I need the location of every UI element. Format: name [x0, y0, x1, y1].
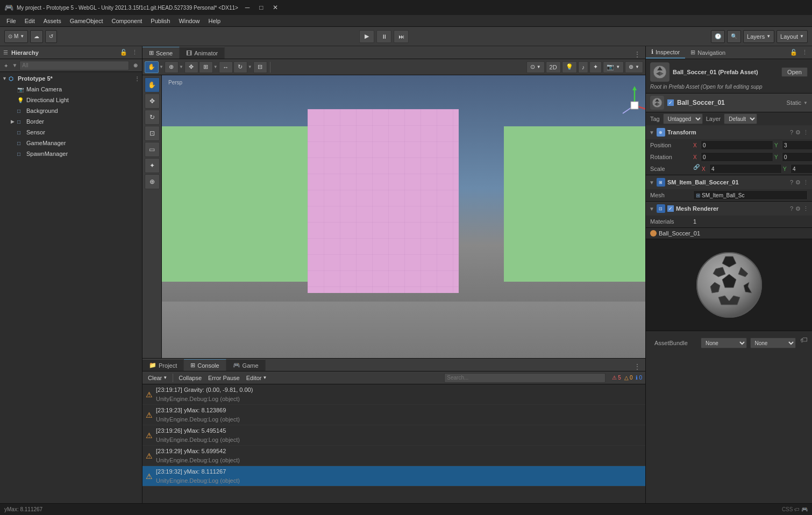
tree-item-background[interactable]: □ Background — [0, 105, 142, 116]
console-more-button[interactable]: ⋮ — [629, 362, 645, 371]
rot-y-input[interactable] — [782, 152, 812, 162]
layers-dropdown[interactable]: Layers ▼ — [743, 30, 774, 43]
menu-publish[interactable]: Publish — [146, 17, 174, 25]
globe-tool-button[interactable]: ⊕ — [165, 61, 179, 73]
menu-help[interactable]: Help — [204, 17, 225, 25]
pos-x-input[interactable] — [701, 140, 773, 150]
component-active-checkbox[interactable]: ✓ — [667, 99, 674, 106]
collapse-button[interactable]: Collapse — [176, 373, 204, 383]
tab-game[interactable]: 🎮 Game — [226, 359, 266, 371]
rotate-button[interactable]: ↻ — [233, 61, 247, 73]
menu-gameobject[interactable]: GameObject — [66, 17, 108, 25]
search-button[interactable]: 🔍 — [727, 30, 741, 43]
close-button[interactable]: ✕ — [270, 3, 280, 12]
tab-scene[interactable]: ⊞ Scene — [143, 47, 180, 59]
rotate-tool-btn[interactable]: ↻ — [145, 110, 160, 125]
hierarchy-filter-button[interactable]: ⊕ — [131, 62, 140, 68]
mesh-comp-header[interactable]: ▼ ⊞ SM_Item_Ball_Soccer_01 ? ⚙ ⋮ — [646, 175, 812, 189]
tab-animator[interactable]: 🎞 Animator — [180, 47, 225, 59]
transform-header[interactable]: ▼ ⊕ Transform ? ⚙ ⋮ — [646, 125, 812, 139]
tab-console[interactable]: ⊞ Console — [184, 359, 226, 371]
console-row-1[interactable]: ⚠ [23:19:17] Gravity: (0.00, -9.81, 0.00… — [143, 384, 645, 405]
scene-more-button[interactable]: ⋮ — [629, 50, 645, 59]
help-button-renderer[interactable]: ? — [790, 205, 793, 212]
console-row-3[interactable]: ⚠ [23:19:26] yMax: 5.495145 UnityEngine.… — [143, 425, 645, 446]
more-button-transform[interactable]: ⋮ — [803, 129, 809, 136]
rect-button[interactable]: ⊞ — [199, 61, 213, 73]
tree-item-gamemanager[interactable]: □ GameManager — [0, 138, 142, 148]
custom-tool-btn[interactable]: ⊕ — [145, 174, 160, 189]
hierarchy-add-button[interactable]: + — [2, 62, 10, 69]
layer-dropdown[interactable]: Default — [724, 113, 757, 124]
persp-dropdown[interactable]: ⊙ ▼ — [526, 61, 545, 73]
inspector-more-button[interactable]: ⋮ — [801, 49, 809, 56]
select-tool-button[interactable]: ✋ — [145, 77, 160, 92]
renderer-active-checkbox[interactable]: ✓ — [667, 205, 674, 212]
move-button[interactable]: ✥ — [184, 61, 198, 73]
tab-navigation[interactable]: ⊞ Navigation — [685, 47, 731, 59]
settings-button-renderer[interactable]: ⚙ — [795, 205, 801, 212]
error-pause-button[interactable]: Error Pause — [206, 373, 242, 383]
effects-button[interactable]: ✦ — [589, 61, 602, 73]
hierarchy-search-input[interactable] — [19, 61, 129, 70]
console-search-input[interactable] — [444, 373, 606, 383]
mat-ball-row[interactable]: Ball_Soccer_01 — [650, 230, 808, 237]
light-toggle-button[interactable]: 💡 — [562, 61, 577, 73]
rot-x-input[interactable] — [701, 152, 773, 162]
history-button[interactable]: 🕐 — [711, 30, 725, 43]
tree-item-main-camera[interactable]: 📷 Main Camera — [0, 84, 142, 95]
tree-item-spawnmanager[interactable]: □ SpawnManager — [0, 148, 142, 159]
pause-button[interactable]: ⏸ — [376, 30, 391, 43]
more-button-renderer[interactable]: ⋮ — [803, 205, 809, 212]
assetbundle-dropdown1[interactable]: None — [701, 338, 747, 348]
help-button-mesh[interactable]: ? — [790, 179, 793, 186]
assetbundle-dropdown2[interactable]: None — [750, 338, 796, 348]
console-row-5[interactable]: ⚠ [23:19:32] yMax: 8.111267 UnityEngine.… — [143, 466, 645, 487]
help-button-transform[interactable]: ? — [790, 129, 793, 136]
tree-item-sensor[interactable]: □ Sensor — [0, 127, 142, 138]
menu-component[interactable]: Component — [107, 17, 146, 25]
settings-button-transform[interactable]: ⚙ — [795, 129, 801, 136]
menu-edit[interactable]: Edit — [20, 17, 39, 25]
pos-y-input[interactable] — [782, 140, 812, 150]
rect-tool-btn[interactable]: ▭ — [145, 142, 160, 157]
menu-window[interactable]: Window — [174, 17, 204, 25]
scale-tool-btn[interactable]: ⊡ — [145, 126, 160, 141]
tool5-button[interactable]: ⊟ — [253, 61, 267, 73]
account-button[interactable]: ⊙ M ▼ — [4, 30, 28, 43]
2d-button[interactable]: 2D — [546, 61, 561, 73]
minimize-button[interactable]: ─ — [243, 3, 252, 12]
scale-button[interactable]: ↔ — [219, 61, 233, 73]
tree-item-border[interactable]: ▶ □ Border — [0, 116, 142, 127]
editor-dropdown[interactable]: Editor ▼ — [244, 373, 269, 383]
play-button[interactable]: ▶ — [359, 30, 374, 43]
tab-project[interactable]: 📁 Project — [143, 359, 184, 371]
menu-assets[interactable]: Assets — [39, 17, 66, 25]
hierarchy-more-button[interactable]: ⋮ — [131, 49, 139, 56]
scale-x-input[interactable] — [709, 164, 782, 174]
move-tool-btn[interactable]: ✥ — [145, 94, 160, 109]
tree-root-item[interactable]: ▼ ⬡ Prototype 5* ⋮ — [0, 73, 142, 84]
console-row-2[interactable]: ⚠ [23:19:23] yMax: 8.123869 UnityEngine.… — [143, 405, 645, 425]
tree-item-directional-light[interactable]: 💡 Directional Light — [0, 95, 142, 105]
tag-dropdown[interactable]: Untagged — [663, 113, 703, 124]
tab-inspector[interactable]: ℹ Inspector — [646, 47, 685, 59]
menu-file[interactable]: File — [2, 17, 20, 25]
inspector-lock-button[interactable]: 🔓 — [789, 49, 799, 56]
maximize-button[interactable]: □ — [257, 3, 266, 12]
transform-tool-btn[interactable]: ✦ — [145, 158, 160, 173]
sound-button[interactable]: ♪ — [578, 61, 589, 73]
mesh-renderer-header[interactable]: ▼ ⊡ ✓ Mesh Renderer ? ⚙ ⋮ — [646, 202, 812, 216]
refresh-button[interactable]: ↺ — [45, 30, 57, 43]
camera-toggle-button[interactable]: 📷 ▼ — [603, 61, 624, 73]
step-button[interactable]: ⏭ — [394, 30, 409, 43]
gizmos-button[interactable]: ⊕ ▼ — [625, 61, 643, 73]
open-button[interactable]: Open — [781, 67, 808, 77]
settings-button-mesh[interactable]: ⚙ — [795, 179, 801, 186]
layout-dropdown[interactable]: Layout ▼ — [777, 30, 808, 43]
hierarchy-lock-button[interactable]: 🔓 — [119, 49, 129, 56]
hand-tool-button[interactable]: ✋ — [145, 61, 159, 73]
scale-y-input[interactable] — [790, 164, 812, 174]
console-row-4[interactable]: ⚠ [23:19:29] yMax: 5.699542 UnityEngine.… — [143, 446, 645, 466]
cloud-button[interactable]: ☁ — [30, 30, 43, 43]
